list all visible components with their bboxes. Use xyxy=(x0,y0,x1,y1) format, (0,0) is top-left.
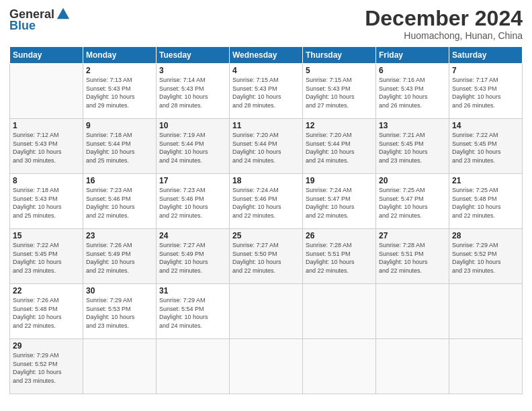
day-number: 17 xyxy=(159,176,226,185)
day-info: Sunrise: 7:25 AM Sunset: 5:47 PM Dayligh… xyxy=(379,186,446,220)
svg-marker-0 xyxy=(57,8,69,19)
day-number: 29 xyxy=(13,341,80,351)
day-info: Sunrise: 7:16 AM Sunset: 5:43 PM Dayligh… xyxy=(379,76,446,109)
col-thursday: Thursday xyxy=(303,47,376,64)
day-number: 28 xyxy=(452,231,519,240)
day-number: 23 xyxy=(86,231,153,240)
day-number: 10 xyxy=(159,121,226,130)
table-row xyxy=(83,339,157,394)
logo-icon xyxy=(56,7,71,21)
table-row xyxy=(230,339,303,394)
calendar-row: 8Sunrise: 7:18 AM Sunset: 5:43 PM Daylig… xyxy=(10,174,523,229)
table-row: 13Sunrise: 7:21 AM Sunset: 5:45 PM Dayli… xyxy=(376,119,449,174)
day-info: Sunrise: 7:28 AM Sunset: 5:51 PM Dayligh… xyxy=(306,241,373,275)
day-number: 26 xyxy=(306,231,373,240)
table-row: 5Sunrise: 7:15 AM Sunset: 5:43 PM Daylig… xyxy=(303,64,376,119)
table-row: 6Sunrise: 7:16 AM Sunset: 5:43 PM Daylig… xyxy=(376,64,449,119)
table-row: 4Sunrise: 7:15 AM Sunset: 5:43 PM Daylig… xyxy=(230,64,303,119)
day-info: Sunrise: 7:20 AM Sunset: 5:44 PM Dayligh… xyxy=(232,131,300,165)
table-row xyxy=(376,284,449,339)
table-row xyxy=(449,339,523,394)
header-row: Sunday Monday Tuesday Wednesday Thursday… xyxy=(10,47,523,64)
day-info: Sunrise: 7:22 AM Sunset: 5:45 PM Dayligh… xyxy=(452,131,519,165)
day-number: 5 xyxy=(306,66,373,75)
day-info: Sunrise: 7:13 AM Sunset: 5:43 PM Dayligh… xyxy=(86,76,153,109)
month-title: December 2024 xyxy=(365,7,523,30)
table-row: 7Sunrise: 7:17 AM Sunset: 5:43 PM Daylig… xyxy=(449,64,523,119)
table-row: 11Sunrise: 7:20 AM Sunset: 5:44 PM Dayli… xyxy=(230,119,303,174)
day-info: Sunrise: 7:21 AM Sunset: 5:45 PM Dayligh… xyxy=(379,131,446,165)
day-number: 20 xyxy=(379,176,446,185)
table-row: 10Sunrise: 7:19 AM Sunset: 5:44 PM Dayli… xyxy=(157,119,230,174)
day-number: 31 xyxy=(159,286,226,295)
table-row xyxy=(303,339,376,394)
day-info: Sunrise: 7:24 AM Sunset: 5:47 PM Dayligh… xyxy=(306,186,373,220)
table-row xyxy=(376,339,449,394)
day-info: Sunrise: 7:23 AM Sunset: 5:46 PM Dayligh… xyxy=(159,186,226,220)
header: General Blue December 2024 Huomachong, H… xyxy=(9,7,523,41)
table-row: 23Sunrise: 7:26 AM Sunset: 5:49 PM Dayli… xyxy=(83,229,157,284)
table-row: 27Sunrise: 7:28 AM Sunset: 5:51 PM Dayli… xyxy=(376,229,449,284)
table-row: 16Sunrise: 7:23 AM Sunset: 5:46 PM Dayli… xyxy=(83,174,157,229)
table-row xyxy=(230,284,303,339)
day-info: Sunrise: 7:20 AM Sunset: 5:44 PM Dayligh… xyxy=(306,131,373,165)
day-number: 22 xyxy=(13,286,80,295)
table-row: 29Sunrise: 7:29 AM Sunset: 5:52 PM Dayli… xyxy=(10,339,83,394)
table-row: 8Sunrise: 7:18 AM Sunset: 5:43 PM Daylig… xyxy=(10,174,83,229)
calendar-row: 1Sunrise: 7:12 AM Sunset: 5:43 PM Daylig… xyxy=(10,119,523,174)
logo: General Blue xyxy=(9,7,71,33)
day-number: 24 xyxy=(159,231,226,240)
table-row xyxy=(157,339,230,394)
day-number: 18 xyxy=(232,176,300,185)
calendar-row: 22Sunrise: 7:26 AM Sunset: 5:48 PM Dayli… xyxy=(10,284,523,339)
day-number: 1 xyxy=(13,121,80,130)
table-row: 30Sunrise: 7:29 AM Sunset: 5:53 PM Dayli… xyxy=(83,284,157,339)
col-tuesday: Tuesday xyxy=(157,47,230,64)
day-number: 12 xyxy=(306,121,373,130)
day-info: Sunrise: 7:17 AM Sunset: 5:43 PM Dayligh… xyxy=(452,76,519,109)
table-row: 28Sunrise: 7:29 AM Sunset: 5:52 PM Dayli… xyxy=(449,229,523,284)
day-info: Sunrise: 7:26 AM Sunset: 5:49 PM Dayligh… xyxy=(86,241,153,275)
day-info: Sunrise: 7:15 AM Sunset: 5:43 PM Dayligh… xyxy=(232,76,300,109)
calendar-row: 15Sunrise: 7:22 AM Sunset: 5:45 PM Dayli… xyxy=(10,229,523,284)
table-row: 9Sunrise: 7:18 AM Sunset: 5:44 PM Daylig… xyxy=(83,119,157,174)
day-number: 16 xyxy=(86,176,153,185)
table-row: 22Sunrise: 7:26 AM Sunset: 5:48 PM Dayli… xyxy=(10,284,83,339)
table-row xyxy=(449,284,523,339)
title-block: December 2024 Huomachong, Hunan, China xyxy=(365,7,523,41)
table-row: 12Sunrise: 7:20 AM Sunset: 5:44 PM Dayli… xyxy=(303,119,376,174)
day-info: Sunrise: 7:19 AM Sunset: 5:44 PM Dayligh… xyxy=(159,131,226,165)
day-info: Sunrise: 7:24 AM Sunset: 5:46 PM Dayligh… xyxy=(232,186,300,220)
table-row: 1Sunrise: 7:12 AM Sunset: 5:43 PM Daylig… xyxy=(10,119,83,174)
day-number: 6 xyxy=(379,66,446,75)
col-friday: Friday xyxy=(376,47,449,64)
day-info: Sunrise: 7:29 AM Sunset: 5:52 PM Dayligh… xyxy=(452,241,519,275)
calendar-table: Sunday Monday Tuesday Wednesday Thursday… xyxy=(9,46,523,394)
day-info: Sunrise: 7:29 AM Sunset: 5:53 PM Dayligh… xyxy=(86,296,153,330)
logo-blue-text: Blue xyxy=(9,19,36,33)
day-info: Sunrise: 7:23 AM Sunset: 5:46 PM Dayligh… xyxy=(86,186,153,220)
table-row xyxy=(303,284,376,339)
table-row: 26Sunrise: 7:28 AM Sunset: 5:51 PM Dayli… xyxy=(303,229,376,284)
location: Huomachong, Hunan, China xyxy=(365,30,523,41)
day-info: Sunrise: 7:29 AM Sunset: 5:52 PM Dayligh… xyxy=(13,351,80,385)
day-info: Sunrise: 7:27 AM Sunset: 5:50 PM Dayligh… xyxy=(232,241,300,275)
table-row xyxy=(10,64,83,119)
day-number: 13 xyxy=(379,121,446,130)
day-info: Sunrise: 7:25 AM Sunset: 5:48 PM Dayligh… xyxy=(452,186,519,220)
table-row: 15Sunrise: 7:22 AM Sunset: 5:45 PM Dayli… xyxy=(10,229,83,284)
day-number: 2 xyxy=(86,66,153,75)
main-container: General Blue December 2024 Huomachong, H… xyxy=(0,0,532,400)
col-saturday: Saturday xyxy=(449,47,523,64)
table-row: 2Sunrise: 7:13 AM Sunset: 5:43 PM Daylig… xyxy=(83,64,157,119)
calendar-row: 29Sunrise: 7:29 AM Sunset: 5:52 PM Dayli… xyxy=(10,339,523,394)
day-number: 8 xyxy=(13,176,80,185)
table-row: 3Sunrise: 7:14 AM Sunset: 5:43 PM Daylig… xyxy=(157,64,230,119)
day-info: Sunrise: 7:29 AM Sunset: 5:54 PM Dayligh… xyxy=(159,296,226,330)
day-number: 14 xyxy=(452,121,519,130)
day-info: Sunrise: 7:18 AM Sunset: 5:43 PM Dayligh… xyxy=(13,186,80,220)
table-row: 21Sunrise: 7:25 AM Sunset: 5:48 PM Dayli… xyxy=(449,174,523,229)
day-number: 25 xyxy=(232,231,300,240)
day-info: Sunrise: 7:27 AM Sunset: 5:49 PM Dayligh… xyxy=(159,241,226,275)
day-number: 9 xyxy=(86,121,153,130)
